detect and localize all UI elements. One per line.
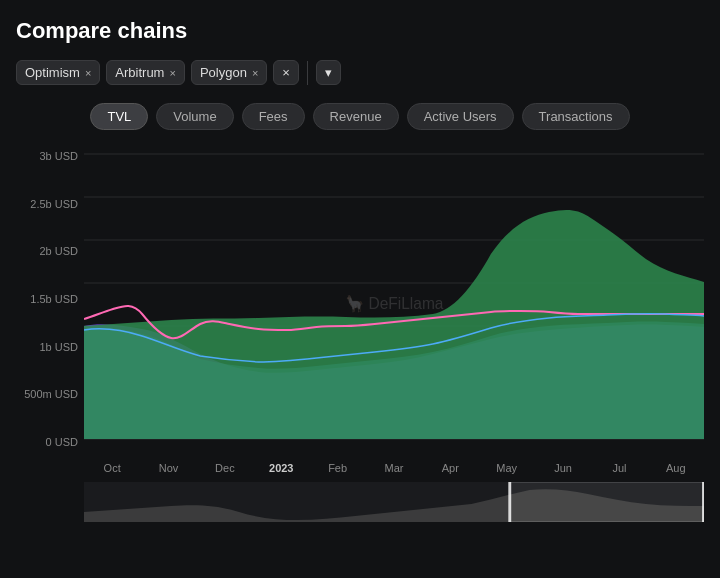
chain-remove-polygon[interactable]: × (252, 67, 258, 79)
x-axis-label: Jul (591, 462, 647, 474)
chain-label: Optimism (25, 65, 80, 80)
y-axis-label: 500m USD (16, 388, 84, 400)
tab-fees[interactable]: Fees (242, 103, 305, 130)
range-left-handle[interactable] (508, 482, 511, 522)
x-axis-label: Dec (197, 462, 253, 474)
x-axis-label: Mar (366, 462, 422, 474)
x-axis-label: Oct (84, 462, 140, 474)
chain-tag-arbitrum[interactable]: Arbitrum× (106, 60, 185, 85)
mini-chart-svg (84, 482, 704, 522)
tab-tvl[interactable]: TVL (90, 103, 148, 130)
x-axis-label: Aug (648, 462, 704, 474)
chain-tag-polygon[interactable]: Polygon× (191, 60, 267, 85)
clear-button[interactable]: × (273, 60, 299, 85)
y-axis-label: 3b USD (16, 150, 84, 162)
y-axis-label: 1b USD (16, 341, 84, 353)
x-axis-label: Jun (535, 462, 591, 474)
chain-filters: Optimism×Arbitrum×Polygon× × ▾ (16, 60, 704, 85)
chain-remove-optimism[interactable]: × (85, 67, 91, 79)
chain-tags-container: Optimism×Arbitrum×Polygon× (16, 60, 267, 85)
tab-transactions[interactable]: Transactions (522, 103, 630, 130)
y-axis-label: 2.5b USD (16, 198, 84, 210)
y-axis-label: 0 USD (16, 436, 84, 448)
x-axis-label: Feb (309, 462, 365, 474)
chain-tag-optimism[interactable]: Optimism× (16, 60, 100, 85)
x-axis-label: May (479, 462, 535, 474)
tab-revenue[interactable]: Revenue (313, 103, 399, 130)
y-axis: 3b USD2.5b USD2b USD1.5b USD1b USD500m U… (16, 144, 84, 454)
green-area (84, 210, 704, 439)
chain-remove-arbitrum[interactable]: × (169, 67, 175, 79)
x-axis-label: 2023 (253, 462, 309, 474)
metric-tabs: TVLVolumeFeesRevenueActive UsersTransact… (16, 103, 704, 130)
range-right-handle[interactable] (702, 482, 704, 522)
chain-label: Arbitrum (115, 65, 164, 80)
y-axis-label: 2b USD (16, 245, 84, 257)
tab-volume[interactable]: Volume (156, 103, 233, 130)
x-axis-label: Apr (422, 462, 478, 474)
x-axis-label: Nov (140, 462, 196, 474)
filter-divider (307, 61, 308, 85)
range-overlay[interactable] (510, 482, 704, 522)
chart-svg-container: 🦙 DeFiLlama (84, 144, 704, 454)
dropdown-button[interactable]: ▾ (316, 60, 341, 85)
page-container: Compare chains Optimism×Arbitrum×Polygon… (0, 0, 720, 536)
tab-active-users[interactable]: Active Users (407, 103, 514, 130)
main-chart-svg: 🦙 DeFiLlama (84, 144, 704, 454)
x-axis: OctNovDec2023FebMarAprMayJunJulAug (16, 462, 704, 474)
main-chart-area: 3b USD2.5b USD2b USD1.5b USD1b USD500m U… (16, 144, 704, 454)
mini-chart-area (84, 482, 704, 522)
page-title: Compare chains (16, 18, 704, 44)
chain-label: Polygon (200, 65, 247, 80)
watermark-text: 🦙 DeFiLlama (345, 294, 444, 313)
y-axis-label: 1.5b USD (16, 293, 84, 305)
